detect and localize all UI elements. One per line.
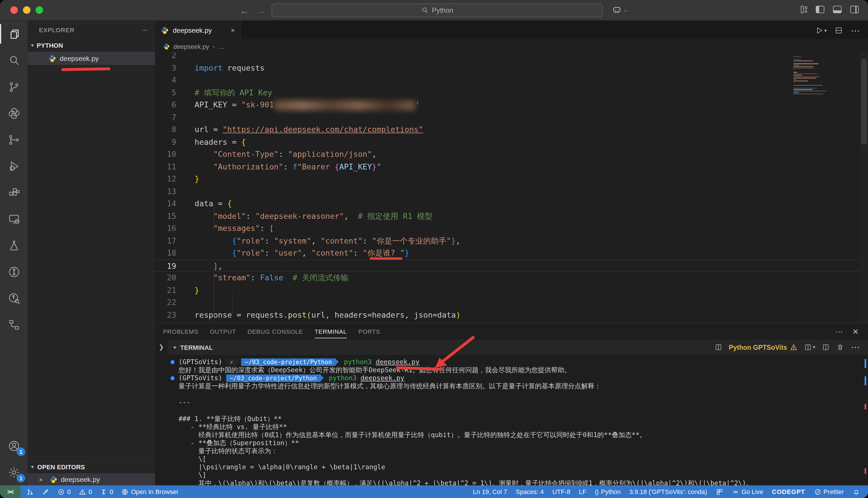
activity-python-icon[interactable] (0, 100, 28, 126)
code-line-13[interactable]: 13 (155, 185, 868, 198)
code-line-15[interactable]: 15 "model": "deepseek-reasoner", # 指定使用 … (155, 210, 868, 222)
status-item-ln-19-col-7[interactable]: Ln 19, Col 7 (473, 488, 507, 495)
code-line-6[interactable]: 6API_KEY = "sk-901' (155, 99, 868, 111)
panel-close-icon[interactable]: ✕ (852, 327, 859, 336)
code-line-20[interactable]: 20 "stream": False # 关闭流式传输 (155, 272, 868, 284)
code-line-10[interactable]: 10 "Content-Type": "application/json", (155, 148, 868, 160)
activity-testing-icon[interactable] (0, 232, 28, 259)
status-item-lf[interactable]: LF (579, 488, 586, 495)
open-editor-item[interactable]: × deepseek.py (28, 473, 155, 485)
breadcrumb[interactable]: deepseek.py › … (155, 40, 868, 53)
activity-files-icon[interactable] (0, 21, 28, 47)
copilot-menu[interactable]: ⌄ (612, 4, 628, 14)
code-line-14[interactable]: 14data = { (155, 198, 868, 210)
status-item-error-icon[interactable]: 0 (57, 488, 71, 495)
code-line-17[interactable]: 17 {"role": "system", "content": "你是一个专业… (155, 235, 868, 247)
panel-tab-terminal[interactable]: TERMINAL (315, 323, 347, 339)
code-line-7[interactable]: 7 (155, 111, 868, 123)
code-editor[interactable]: 23import requests45# 填写你的 API Key6API_KE… (155, 53, 868, 323)
scrollbar-thumb[interactable] (861, 58, 867, 145)
run-button[interactable]: ▾ (815, 26, 827, 35)
command-decoration-icon[interactable] (171, 376, 175, 380)
file-item-deepseek[interactable]: deepseek.py (28, 52, 155, 65)
code-line-3[interactable]: 3import requests (155, 62, 868, 74)
terminal-output[interactable]: (GPTSoVits) ✗~/03_code-project/Python py… (155, 355, 868, 485)
activity-run-debug-icon[interactable] (0, 153, 28, 179)
remote-indicator[interactable]: >< (0, 485, 21, 498)
activity-gear-icon[interactable]: 1 (0, 459, 28, 485)
activity-gitlens-search-icon[interactable] (0, 285, 28, 311)
close-window-button[interactable] (10, 6, 18, 14)
toggle-secondary-sidebar-icon[interactable] (850, 6, 859, 13)
close-icon[interactable]: × (231, 26, 235, 34)
open-editors-section[interactable]: ▼ OPEN EDITORS (28, 461, 155, 473)
status-item-braces-icon[interactable]: {}Python (595, 488, 621, 495)
folder-section-python[interactable]: ▼ PYTHON (28, 39, 155, 52)
code-line-16[interactable]: 16 "messages": [ (155, 222, 868, 235)
activity-gitlens-icon[interactable] (0, 259, 28, 285)
customize-layout-icon[interactable] (801, 6, 807, 13)
code-line-12[interactable]: 12} (155, 173, 868, 185)
code-line-23[interactable]: 23response = requests.post(url, headers=… (155, 309, 868, 321)
status-item-git-actions-icon[interactable] (26, 488, 34, 495)
toggle-sidebar-icon[interactable] (816, 6, 824, 13)
status-item-3-9-18-gptsovits-conda-[interactable]: 3.9.18 ('GPTSoVits': conda) (629, 488, 707, 495)
code-line-21[interactable]: 21} (155, 284, 868, 297)
code-line-5[interactable]: 5# 填写你的 API Key (155, 87, 868, 99)
split-terminal-icon[interactable]: ▾ (804, 343, 815, 351)
terminal-profile-label[interactable]: Python GPTSoVits (729, 344, 787, 351)
panel-more-icon[interactable]: ⋯ (836, 327, 843, 336)
status-item-broadcast-icon[interactable]: Go Live (732, 488, 763, 495)
code-line-9[interactable]: 9headers = { (155, 136, 868, 148)
terminal-script-link[interactable]: deepseek.py (376, 358, 419, 366)
status-item-codegpt[interactable]: CODEGPT (772, 488, 805, 495)
minimize-window-button[interactable] (23, 6, 30, 14)
forward-icon[interactable]: → (257, 5, 265, 15)
tab-deepseek-py[interactable]: deepseek.py × (155, 21, 241, 40)
status-item-slash-icon[interactable]: Prettier (814, 488, 844, 495)
code-line-22[interactable]: 22 (155, 297, 868, 309)
status-item-bell-icon[interactable] (853, 488, 860, 495)
code-line-11[interactable]: 11 "Authorization": f"Bearer {API_KEY}" (155, 160, 868, 173)
terminal-more-icon[interactable]: ⋯ (851, 342, 860, 353)
kill-terminal-icon[interactable] (837, 343, 844, 351)
status-item-warning-icon[interactable]: 0 (79, 488, 92, 495)
activity-account-icon[interactable]: 1 (0, 433, 28, 459)
command-center-search[interactable]: Python (272, 3, 603, 17)
activity-git-graph-icon[interactable] (0, 126, 28, 153)
close-icon[interactable]: × (39, 476, 46, 483)
minimap[interactable] (794, 55, 855, 96)
activity-source-control-icon[interactable] (0, 74, 28, 100)
status-item-tower-icon[interactable]: 0 (100, 488, 113, 495)
launch-profile-icon[interactable] (822, 343, 829, 351)
explorer-more-icon[interactable]: ⋯ (142, 26, 148, 33)
panel-tab-output[interactable]: OUTPUT (210, 323, 236, 339)
terminal-script-link[interactable]: deepseek.py (361, 374, 404, 382)
status-item-rocket-icon[interactable] (42, 488, 49, 495)
activity-extensions-icon[interactable] (0, 179, 28, 206)
panel-tab-ports[interactable]: PORTS (358, 323, 380, 339)
split-editor-icon[interactable] (835, 26, 843, 35)
editor-scrollbar[interactable] (860, 53, 868, 323)
zoom-window-button[interactable] (36, 6, 43, 14)
status-item-utf-8[interactable]: UTF-8 (553, 488, 570, 495)
panel-tab-problems[interactable]: PROBLEMS (163, 323, 198, 339)
toggle-panel-icon[interactable] (833, 6, 842, 13)
code-line-19[interactable]: 19 ], (155, 259, 868, 272)
status-item-spaces-4[interactable]: Spaces: 4 (516, 488, 544, 495)
code-line-18[interactable]: 18 {"role": "user", "content": "你是谁? "} (155, 247, 868, 259)
chevron-down-icon[interactable]: ▼ (172, 345, 177, 350)
command-decoration-icon[interactable] (171, 360, 175, 364)
activity-search-icon[interactable] (0, 47, 28, 74)
status-item-globe-icon[interactable]: Open In Browser (121, 488, 178, 495)
activity-remote-explorer-icon[interactable] (0, 206, 28, 232)
editor-more-icon[interactable]: ⋯ (851, 25, 860, 36)
panel-expand-icon[interactable]: ❯ (155, 339, 168, 355)
activity-pipeline-icon[interactable] (0, 311, 28, 338)
panel-tab-debug-console[interactable]: DEBUG CONSOLE (247, 323, 303, 339)
status-item-blocks-icon[interactable] (716, 488, 723, 495)
code-line-2[interactable]: 2 (155, 53, 868, 62)
code-line-8[interactable]: 8url = "https://api.deepseek.com/chat/co… (155, 123, 868, 136)
code-line-4[interactable]: 4 (155, 74, 868, 87)
back-icon[interactable]: ← (240, 5, 248, 15)
